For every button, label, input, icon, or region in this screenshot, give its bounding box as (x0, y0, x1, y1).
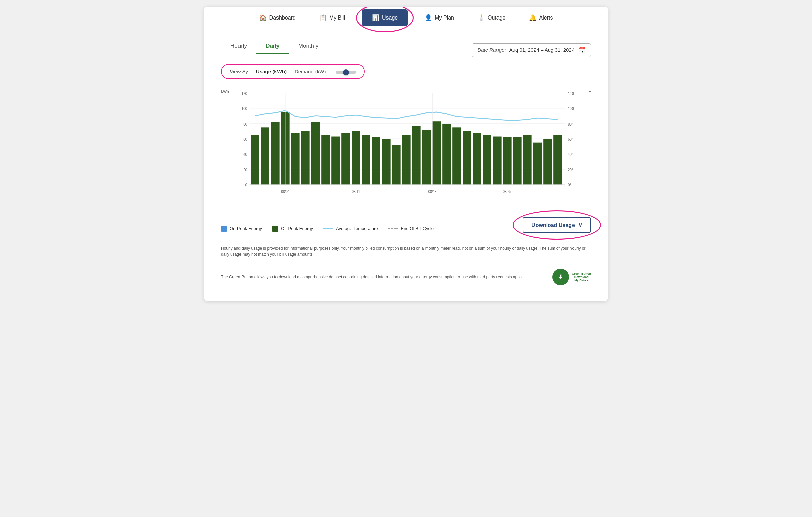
date-range-picker[interactable]: Date Range: Aug 01, 2024 – Aug 31, 2024 … (472, 44, 591, 57)
bill-cycle-label: End Of Bill Cycle (401, 226, 434, 231)
nav-alerts-label: Alerts (539, 15, 553, 21)
svg-text:120: 120 (241, 91, 247, 96)
time-tabs: Hourly Daily Monthly (221, 39, 328, 54)
main-content: Hourly Daily Monthly Date Range: Aug 01,… (204, 29, 608, 301)
green-button-label: Green Button Download My Data ▸ (572, 272, 591, 282)
svg-rect-21 (251, 135, 259, 185)
view-option-usage[interactable]: Usage (kWh) (256, 69, 287, 74)
green-button-description: The Green Button allows you to download … (221, 275, 523, 279)
svg-text:0°: 0° (568, 183, 572, 187)
green-button-download[interactable]: ⬇ Green Button Download My Data ▸ (552, 269, 591, 285)
on-peak-color (221, 225, 227, 232)
svg-rect-32 (361, 135, 370, 185)
svg-rect-37 (412, 126, 420, 185)
svg-rect-25 (291, 133, 299, 185)
svg-rect-50 (543, 139, 552, 185)
view-by-options: Usage (kWh) Demand (kW) (256, 69, 326, 74)
chevron-down-icon: ∨ (578, 222, 582, 228)
download-usage-label: Download Usage (531, 222, 575, 228)
tabs-date-row: Hourly Daily Monthly Date Range: Aug 01,… (221, 39, 591, 61)
tab-monthly[interactable]: Monthly (289, 39, 328, 54)
temperature-label: Average Temperature (336, 226, 378, 231)
svg-text:40: 40 (243, 152, 247, 157)
top-navigation: 🏠 Dashboard 📋 My Bill 📊 Usage 👤 My Plan … (204, 7, 608, 29)
svg-text:60: 60 (243, 137, 247, 141)
tab-daily[interactable]: Daily (256, 39, 289, 54)
off-peak-color (272, 225, 278, 232)
svg-text:08/18: 08/18 (428, 189, 437, 194)
chart-svg: 120 100 80 60 40 20 0 120° 100° 80° 60° … (238, 89, 574, 203)
download-usage-wrapper: Download Usage ∨ (523, 217, 591, 233)
svg-text:40°: 40° (568, 152, 573, 157)
temp-line-sample: 〜 (323, 228, 334, 229)
legend-bill-cycle: End Of Bill Cycle (388, 226, 434, 231)
nav-dashboard-label: Dashboard (269, 15, 296, 21)
nav-mybill-label: My Bill (329, 15, 345, 21)
chart-legend: On-Peak Energy Off-Peak Energy 〜 Average… (221, 225, 434, 232)
svg-rect-28 (321, 135, 330, 185)
svg-rect-41 (453, 127, 461, 185)
view-toggle-slider[interactable] (336, 70, 356, 74)
svg-rect-38 (422, 130, 431, 185)
svg-text:08/04: 08/04 (281, 189, 289, 194)
y-axis-left-title: kWh (221, 89, 229, 94)
nav-alerts[interactable]: 🔔 Alerts (519, 7, 563, 29)
bill-icon: 📋 (319, 14, 327, 22)
svg-text:20°: 20° (568, 168, 573, 172)
plan-icon: 👤 (425, 14, 432, 22)
svg-text:0: 0 (245, 183, 247, 187)
svg-rect-22 (261, 127, 269, 185)
view-by-container: View By: Usage (kWh) Demand (kW) (221, 64, 591, 79)
view-by-section: View By: Usage (kWh) Demand (kW) (221, 64, 365, 79)
svg-text:120°: 120° (568, 91, 574, 96)
date-range-value: Aug 01, 2024 – Aug 31, 2024 (509, 47, 575, 53)
svg-text:100: 100 (241, 106, 247, 111)
legend-temperature: 〜 Average Temperature (323, 226, 378, 231)
date-range-label: Date Range: (477, 47, 505, 53)
svg-rect-42 (463, 131, 471, 185)
svg-text:08/11: 08/11 (351, 189, 360, 194)
nav-mybill[interactable]: 📋 My Bill (309, 7, 355, 29)
svg-rect-39 (432, 121, 441, 185)
svg-rect-47 (513, 137, 521, 185)
svg-rect-34 (382, 139, 390, 185)
svg-rect-40 (442, 124, 451, 185)
svg-rect-49 (533, 143, 542, 185)
y-axis-right-title: F (589, 89, 591, 94)
download-usage-button[interactable]: Download Usage ∨ (523, 217, 591, 233)
alerts-icon: 🔔 (529, 14, 536, 22)
on-peak-label: On-Peak Energy (230, 226, 262, 231)
svg-text:100°: 100° (568, 106, 574, 111)
nav-dashboard[interactable]: 🏠 Dashboard (249, 7, 306, 29)
svg-rect-26 (301, 131, 310, 185)
usage-chart: kWh F 120 100 80 60 40 20 0 120° 100° 80… (221, 89, 591, 210)
svg-rect-46 (503, 137, 511, 185)
outage-icon: 🕯️ (477, 14, 485, 22)
svg-rect-33 (372, 137, 380, 185)
nav-usage[interactable]: 📊 Usage (362, 9, 408, 26)
svg-rect-29 (331, 137, 340, 185)
nav-outage-label: Outage (488, 15, 505, 21)
svg-text:80: 80 (243, 122, 247, 126)
footer-note-text: Hourly and daily usage is provided for i… (221, 245, 591, 257)
svg-text:60°: 60° (568, 137, 573, 141)
svg-rect-51 (553, 135, 562, 185)
green-button-row: The Green Button allows you to download … (221, 263, 591, 291)
tab-hourly[interactable]: Hourly (221, 39, 256, 54)
svg-rect-23 (271, 122, 279, 185)
svg-text:80°: 80° (568, 122, 573, 126)
view-by-label: View By: (230, 69, 249, 74)
svg-rect-27 (311, 122, 320, 185)
view-option-demand[interactable]: Demand (kW) (295, 69, 326, 74)
svg-text:20: 20 (243, 168, 247, 172)
svg-rect-45 (493, 137, 501, 185)
nav-usage-label: Usage (382, 15, 398, 21)
svg-text:08/25: 08/25 (502, 189, 511, 194)
legend-on-peak: On-Peak Energy (221, 225, 262, 232)
footer-note: Hourly and daily usage is provided for i… (221, 240, 591, 263)
nav-outage[interactable]: 🕯️ Outage (468, 7, 515, 29)
nav-myplan[interactable]: 👤 My Plan (414, 7, 464, 29)
home-icon: 🏠 (259, 14, 267, 22)
usage-icon: 📊 (372, 14, 379, 22)
calendar-icon: 📅 (578, 47, 585, 54)
